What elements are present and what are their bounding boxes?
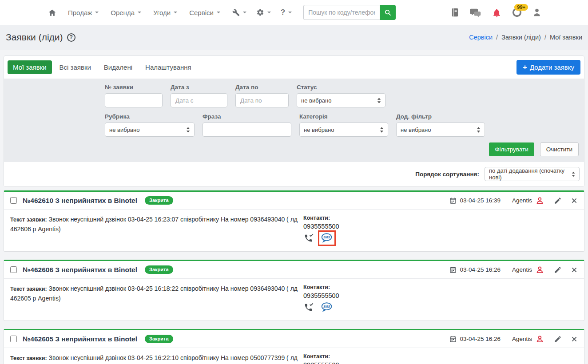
filter-field-extra: Дод. фільтр не вибрано [396,113,485,137]
filter-field-date-from: Дата з [171,84,227,107]
filter-row-1: № заявки Дата з Дата по Статус не вибран… [105,84,580,107]
agent-person-icon[interactable] [536,335,544,343]
support-icon[interactable]: 99+ [512,8,522,17]
add-lead-button-label: Додати заявку [530,63,574,71]
agent-person-icon[interactable] [536,196,544,205]
clear-button[interactable]: Очистити [540,142,579,156]
tab-all-leads[interactable]: Всі заявки [54,60,96,74]
sms-icon[interactable]: SMS [320,233,334,244]
card-checkbox[interactable] [10,197,17,204]
filter-field-category: Категорія не вибрано [299,113,388,137]
search-input[interactable] [303,5,380,20]
plus-icon: + [523,63,527,71]
close-icon[interactable] [571,266,578,273]
card-text: Текст заявки: Звонок неуспішний дзвінок … [10,215,298,244]
search-icon [384,9,392,16]
close-icon[interactable] [571,336,578,343]
lead-number-input[interactable] [105,93,163,107]
home-icon[interactable] [48,8,56,17]
call-icon[interactable] [303,233,314,243]
contact-phone-number: 0935555500 [303,223,339,230]
contact-phone-number: 0935555500 [303,361,339,364]
card-body: Текст заявки: Звонок неуспішний дзвінок … [4,210,584,251]
edit-pencil-icon[interactable] [554,335,562,343]
status-badge: Закрита [145,265,173,274]
card-title: №462610 З неприйнятих в Binotel [23,197,137,205]
sms-icon[interactable]: SMS [320,302,334,313]
wrench-icon [232,9,240,16]
card-agent: Agentis [512,197,532,204]
sort-row: Порядок сортування: по даті додавання (с… [4,162,584,186]
edit-pencil-icon[interactable] [554,266,562,274]
tab-my-leads[interactable]: Мої заявки [8,60,52,74]
filter-field-rubric: Рубрика не вибрано [105,113,195,137]
agent-person-icon[interactable] [536,265,544,274]
nav-menu-prodazh[interactable]: Продаж [68,9,99,16]
call-icon[interactable] [303,303,314,312]
date-to-input[interactable] [235,93,289,107]
close-icon[interactable] [571,197,578,204]
updown-arrows-icon [377,98,381,103]
calendar-icon [449,266,457,273]
card-datetime: 03-04-25 16:26 [460,266,501,273]
nav-menu-servisy[interactable]: Сервіси [189,9,220,16]
rubric-select-value: не вибрано [109,127,140,133]
page-help-icon[interactable]: ? [67,33,75,42]
tab-deleted[interactable]: Видалені [99,60,138,74]
notifications-bell-icon[interactable] [493,8,501,17]
nav-menu-orenda[interactable]: Оренда [111,9,141,16]
lead-card-462605: №462605 З неприйнятих в Binotel Закрита … [4,329,584,364]
tabs-row: Мої заявки Всі заявки Видалені Налаштува… [4,56,584,79]
messages-icon[interactable] [470,8,481,17]
add-lead-button[interactable]: + Додати заявку [516,60,580,75]
date-from-input[interactable] [171,93,227,107]
chevron-down-icon [95,12,99,13]
filter-button[interactable]: Фільтрувати [489,142,534,156]
nav-menu-label: Продаж [68,9,92,16]
edit-pencil-icon[interactable] [554,197,562,205]
navbar-right-icons: 99+ [451,8,541,17]
card-agent: Agentis [512,336,532,342]
rubric-select[interactable]: не вибрано [105,123,195,137]
card-body: Текст заявки: Звонок неуспішний дзвінок … [4,279,584,320]
card-checkbox[interactable] [10,336,17,342]
journal-icon[interactable] [451,8,459,17]
card-checkbox[interactable] [10,266,17,273]
card-text: Текст заявки: Звонок неуспішний дзвінок … [10,284,298,313]
sort-select[interactable]: по даті додавання (спочатку нові) [485,167,580,181]
card-text-label: Текст заявки: [10,355,47,361]
breadcrumb-link-servisy[interactable]: Сервіси [469,34,493,41]
search-button[interactable] [380,5,396,20]
leads-list: №462610 З неприйнятих в Binotel Закрита … [4,190,584,364]
breadcrumb-item-section: Заявки (ліди) [501,34,541,41]
contacts-label: Контакти: [303,353,339,360]
sms-icon-highlight-box: SMS [320,233,334,244]
filter-row-2: Рубрика не вибрано Фраза Категорія не ви… [105,113,580,137]
user-profile-icon[interactable] [533,8,541,17]
card-datetime: 03-04-25 16:26 [460,336,501,342]
status-select[interactable]: не вибрано [297,93,385,107]
tab-settings[interactable]: Налаштування [140,60,197,74]
updown-arrows-icon [380,127,384,133]
phrase-input[interactable] [203,123,291,137]
sms-icon-box: SMS [320,302,334,313]
contacts-label: Контакти: [303,215,339,221]
updown-arrows-icon [186,127,190,133]
chevron-down-icon [288,12,292,13]
category-select-value: не вибрано [304,127,334,133]
category-select[interactable]: не вибрано [299,123,388,137]
filter-field-status: Статус не вибрано [297,84,385,107]
filter-label: Дата з [171,84,227,91]
nav-menu-help[interactable]: ? [281,8,292,17]
extra-filter-select[interactable]: не вибрано [396,123,485,137]
nav-menu-settings[interactable] [256,8,271,16]
page-title: Заявки (ліди) ? [6,32,75,43]
breadcrumb-separator: / [544,34,546,41]
nav-menu-uhody[interactable]: Угоди [153,9,177,16]
nav-menu-label: Сервіси [189,9,214,16]
filter-actions: Фільтрувати Очистити [105,142,580,156]
breadcrumb-separator: / [496,34,498,41]
card-contacts: Контакти: 0935555500 SMS [303,353,339,364]
filter-field-number: № заявки [105,84,163,107]
nav-menu-tools[interactable] [232,9,246,16]
